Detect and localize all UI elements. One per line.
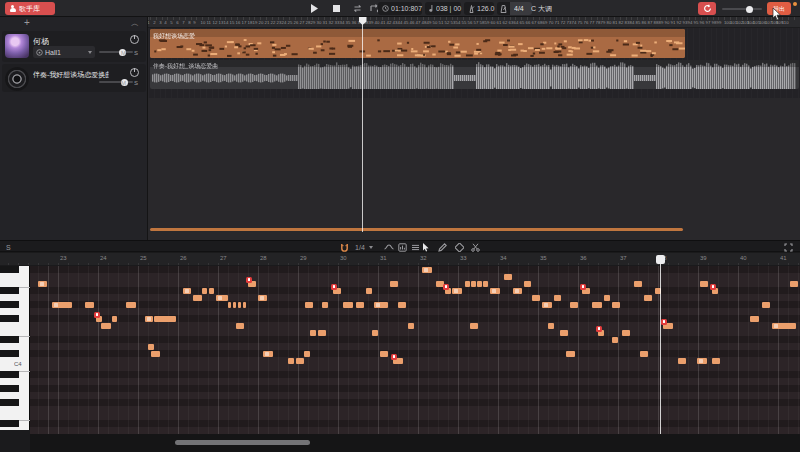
track-volume-slider[interactable] bbox=[99, 51, 133, 53]
piano-roll-playhead[interactable] bbox=[660, 255, 661, 434]
midi-note[interactable] bbox=[542, 302, 552, 308]
midi-note[interactable] bbox=[343, 302, 353, 308]
pencil-tool-button[interactable] bbox=[436, 241, 449, 253]
midi-note[interactable] bbox=[548, 323, 554, 329]
midi-note[interactable] bbox=[38, 281, 47, 287]
play-button[interactable] bbox=[308, 3, 320, 14]
midi-note[interactable] bbox=[634, 281, 642, 287]
midi-note[interactable] bbox=[380, 351, 388, 357]
midi-note[interactable] bbox=[310, 330, 316, 336]
params-icon[interactable] bbox=[396, 241, 408, 253]
pitch-curve-icon[interactable] bbox=[383, 241, 395, 253]
midi-note[interactable] bbox=[236, 323, 244, 329]
midi-note[interactable] bbox=[112, 316, 117, 322]
snap-magnet-icon[interactable] bbox=[338, 241, 350, 253]
midi-note[interactable] bbox=[644, 295, 652, 301]
midi-note[interactable] bbox=[356, 302, 364, 308]
timeline-ruler[interactable]: 1234567891011121314151617181920212223242… bbox=[148, 17, 800, 28]
stop-button[interactable] bbox=[330, 3, 342, 14]
midi-note[interactable] bbox=[96, 316, 102, 322]
midi-note[interactable] bbox=[398, 302, 406, 308]
reverb-select[interactable]: Hall1 bbox=[33, 46, 95, 58]
timeline-playhead[interactable] bbox=[362, 17, 363, 232]
regenerate-button[interactable] bbox=[698, 2, 716, 15]
midi-note[interactable] bbox=[678, 358, 686, 364]
midi-note[interactable] bbox=[513, 288, 522, 294]
midi-note[interactable] bbox=[209, 288, 214, 294]
midi-note[interactable] bbox=[471, 281, 476, 287]
collapse-panel-button[interactable]: ︿ bbox=[131, 18, 139, 29]
piano-keyboard[interactable]: C4 bbox=[0, 266, 30, 434]
midi-note[interactable] bbox=[228, 302, 231, 308]
midi-note[interactable] bbox=[248, 281, 256, 287]
track-row-accompaniment[interactable]: 伴奏-我好想谈场恋爱换曲 M S bbox=[2, 64, 146, 92]
track-volume-slider[interactable] bbox=[99, 81, 133, 83]
loop-button[interactable] bbox=[351, 3, 363, 14]
midi-note[interactable] bbox=[612, 302, 620, 308]
midi-note[interactable] bbox=[238, 302, 241, 308]
midi-note[interactable] bbox=[570, 302, 578, 308]
midi-note[interactable] bbox=[598, 330, 604, 336]
black-key[interactable] bbox=[0, 315, 19, 322]
midi-note[interactable] bbox=[762, 302, 770, 308]
midi-note[interactable] bbox=[101, 323, 111, 329]
midi-note[interactable] bbox=[554, 295, 561, 301]
midi-note[interactable] bbox=[372, 330, 378, 336]
midi-note[interactable] bbox=[465, 281, 470, 287]
singer-library-button[interactable]: 歌手库 bbox=[5, 2, 55, 15]
solo-button[interactable]: S bbox=[134, 79, 138, 86]
add-track-button[interactable]: + bbox=[24, 17, 30, 28]
midi-note[interactable] bbox=[216, 295, 228, 301]
midi-note[interactable] bbox=[622, 330, 630, 336]
midi-note[interactable] bbox=[258, 295, 267, 301]
black-key[interactable] bbox=[0, 336, 19, 343]
midi-note[interactable] bbox=[233, 302, 236, 308]
midi-note[interactable] bbox=[700, 281, 708, 287]
midi-note[interactable] bbox=[288, 358, 294, 364]
midi-note[interactable] bbox=[697, 358, 707, 364]
scissors-tool-button[interactable] bbox=[469, 241, 482, 253]
beat-display[interactable]: 038 | 00 bbox=[425, 2, 461, 15]
midi-note[interactable] bbox=[612, 337, 618, 343]
pointer-tool-button[interactable] bbox=[419, 241, 432, 253]
midi-note[interactable] bbox=[477, 281, 482, 287]
timeline-scrollbar[interactable] bbox=[150, 228, 683, 231]
midi-note[interactable] bbox=[452, 288, 462, 294]
midi-note[interactable] bbox=[445, 288, 451, 294]
midi-note[interactable] bbox=[193, 295, 202, 301]
midi-note[interactable] bbox=[304, 351, 310, 357]
midi-clip[interactable]: 我好想谈场恋爱 bbox=[150, 29, 685, 58]
black-key[interactable] bbox=[0, 301, 19, 308]
piano-roll-scrollbar[interactable] bbox=[175, 440, 310, 445]
midi-note[interactable] bbox=[366, 288, 372, 294]
eraser-tool-button[interactable] bbox=[453, 241, 466, 253]
midi-note[interactable] bbox=[183, 288, 191, 294]
master-volume-slider[interactable] bbox=[722, 8, 762, 10]
midi-note[interactable] bbox=[772, 323, 796, 329]
midi-note[interactable] bbox=[151, 351, 160, 357]
volume-slider-handle[interactable] bbox=[746, 6, 753, 13]
midi-note[interactable] bbox=[490, 288, 500, 294]
midi-note[interactable] bbox=[712, 288, 718, 294]
midi-note[interactable] bbox=[202, 288, 207, 294]
black-key[interactable] bbox=[0, 399, 19, 406]
key-display[interactable]: C 大调 bbox=[527, 2, 561, 15]
midi-note[interactable] bbox=[504, 274, 512, 280]
piano-roll-grid[interactable] bbox=[30, 266, 800, 434]
piano-roll-ruler[interactable]: 23242526272829303132333435363738394041 bbox=[0, 253, 800, 266]
midi-note[interactable] bbox=[393, 358, 403, 364]
midi-note[interactable] bbox=[483, 281, 488, 287]
midi-note[interactable] bbox=[333, 288, 341, 294]
midi-note[interactable] bbox=[663, 323, 673, 329]
midi-note[interactable] bbox=[604, 295, 610, 301]
midi-note[interactable] bbox=[470, 323, 478, 329]
disc-icon[interactable] bbox=[5, 67, 29, 91]
midi-note[interactable] bbox=[408, 323, 414, 329]
midi-note[interactable] bbox=[524, 281, 531, 287]
midi-note[interactable] bbox=[566, 351, 575, 357]
midi-note[interactable] bbox=[305, 302, 313, 308]
midi-note[interactable] bbox=[126, 302, 136, 308]
pan-knob-icon[interactable] bbox=[130, 35, 139, 44]
export-button[interactable]: 导出 bbox=[767, 2, 791, 15]
midi-note[interactable] bbox=[532, 295, 540, 301]
